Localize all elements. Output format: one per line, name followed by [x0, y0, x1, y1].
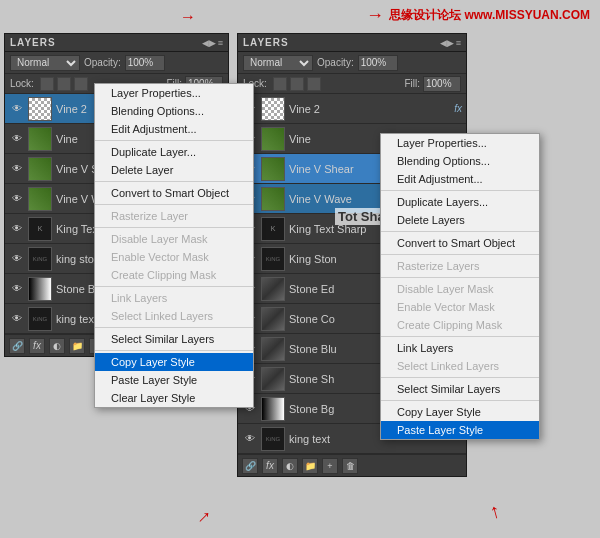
ctx-disable-mask: Disable Layer Mask — [95, 230, 253, 248]
ctx2-enable-vector: Enable Vector Mask — [381, 298, 539, 316]
ctx2-copy-style[interactable]: Copy Layer Style — [381, 403, 539, 421]
ctx-copy-style[interactable]: Copy Layer Style — [95, 353, 253, 371]
fx-icon[interactable]: fx — [29, 338, 45, 354]
panel2-fill-input[interactable] — [423, 76, 461, 92]
ctx-select-similar[interactable]: Select Similar Layers — [95, 330, 253, 348]
layer-thumbnail: KiNG — [28, 247, 52, 271]
ctx-sep — [95, 181, 253, 182]
ctx2-link-layers[interactable]: Link Layers — [381, 339, 539, 357]
ctx-sep — [95, 204, 253, 205]
ctx2-disable-mask: Disable Layer Mask — [381, 280, 539, 298]
layer-thumbnail: K — [28, 217, 52, 241]
eye-icon[interactable]: 👁 — [9, 311, 25, 327]
panel2-opacity-label: Opacity: — [317, 57, 354, 68]
ctx-sep — [95, 140, 253, 141]
layer-thumbnail: KiNG — [261, 247, 285, 271]
ctx2-blending-options[interactable]: Blending Options... — [381, 152, 539, 170]
ctx2-edit-adjustment[interactable]: Edit Adjustment... — [381, 170, 539, 188]
layer-thumbnail — [28, 127, 52, 151]
ctx-duplicate-layer[interactable]: Duplicate Layer... — [95, 143, 253, 161]
eye-icon[interactable]: 👁 — [9, 101, 25, 117]
panel2-blend-select[interactable]: Normal — [243, 55, 313, 71]
panel2-lock-all[interactable] — [307, 77, 321, 91]
panel2-wrapper: LAYERS ◀▶ ≡ Normal Opacity: Lock: — [237, 33, 467, 477]
watermark-bar: → 思缘设计论坛 www.MISSYUAN.COM — [0, 0, 600, 30]
layer-fx-badge: fx — [454, 103, 462, 114]
ctx-layer-properties[interactable]: Layer Properties... — [95, 84, 253, 102]
layer-thumbnail — [261, 187, 285, 211]
panel2-opacity-input[interactable] — [358, 55, 398, 71]
new-layer-icon[interactable]: + — [322, 458, 338, 474]
panel1-lock-position[interactable] — [57, 77, 71, 91]
panel1-blend-select[interactable]: Normal — [10, 55, 80, 71]
layer-thumbnail — [28, 187, 52, 211]
new-group-icon[interactable]: 📁 — [69, 338, 85, 354]
ctx-edit-adjustment[interactable]: Edit Adjustment... — [95, 120, 253, 138]
panel2-bottom: 🔗 fx ◐ 📁 + 🗑 — [238, 454, 466, 476]
panel1-title: LAYERS — [10, 37, 56, 48]
link-layers-icon[interactable]: 🔗 — [242, 458, 258, 474]
panel2-toolbar: Normal Opacity: — [238, 52, 466, 74]
layer-thumbnail — [28, 97, 52, 121]
eye-icon[interactable]: 👁 — [9, 221, 25, 237]
panel1-opacity-label: Opacity: — [84, 57, 121, 68]
ctx-blending-options[interactable]: Blending Options... — [95, 102, 253, 120]
panel2-collapse[interactable]: ◀▶ — [440, 38, 454, 48]
ctx2-rasterize: Rasterize Layers — [381, 257, 539, 275]
ctx2-duplicate-layers[interactable]: Duplicate Layers... — [381, 193, 539, 211]
layer-row[interactable]: 👁 Vine 2 fx — [238, 94, 466, 124]
eye-icon[interactable]: 👁 — [9, 161, 25, 177]
ctx2-sep — [381, 254, 539, 255]
panel1-lock-pixels[interactable] — [40, 77, 54, 91]
panel1-lock-label: Lock: — [10, 78, 34, 89]
layer-thumbnail — [261, 397, 285, 421]
panel2-lock-pixels[interactable] — [273, 77, 287, 91]
ctx2-paste-style[interactable]: Paste Layer Style — [381, 421, 539, 439]
bottom-left-arrow-icon: ↑ — [193, 505, 216, 528]
eye-icon[interactable]: 👁 — [242, 431, 258, 447]
ctx-rasterize: Rasterize Layer — [95, 207, 253, 225]
ctx-convert-smart[interactable]: Convert to Smart Object — [95, 184, 253, 202]
ctx2-sep — [381, 277, 539, 278]
fx-icon[interactable]: fx — [262, 458, 278, 474]
new-adjustment-icon[interactable]: ◐ — [49, 338, 65, 354]
ctx2-sep — [381, 231, 539, 232]
new-group-icon[interactable]: 📁 — [302, 458, 318, 474]
ctx-sep — [95, 350, 253, 351]
eye-icon[interactable]: 👁 — [9, 251, 25, 267]
panel1-toolbar: Normal Opacity: — [5, 52, 228, 74]
panel1-opacity-input[interactable] — [125, 55, 165, 71]
ctx2-sep — [381, 400, 539, 401]
panel1-lock-all[interactable] — [74, 77, 88, 91]
panel2-controls: ◀▶ ≡ — [440, 38, 461, 48]
watermark-arrow-icon: → — [366, 5, 384, 26]
panel1-collapse[interactable]: ◀▶ — [202, 38, 216, 48]
layer-thumbnail: K — [261, 217, 285, 241]
layer-thumbnail — [261, 337, 285, 361]
ctx2-sep — [381, 336, 539, 337]
panel2-lock-position[interactable] — [290, 77, 304, 91]
panel2-titlebar: LAYERS ◀▶ ≡ — [238, 34, 466, 52]
link-layers-icon[interactable]: 🔗 — [9, 338, 25, 354]
layer-thumbnail — [261, 157, 285, 181]
eye-icon[interactable]: 👁 — [9, 131, 25, 147]
panel1-context-menu: Layer Properties... Blending Options... … — [94, 83, 254, 408]
ctx2-sep — [381, 377, 539, 378]
ctx2-layer-properties[interactable]: Layer Properties... — [381, 134, 539, 152]
new-adjustment-icon[interactable]: ◐ — [282, 458, 298, 474]
ctx-delete-layer[interactable]: Delete Layer — [95, 161, 253, 179]
panel1-wrapper: LAYERS ◀▶ ≡ Normal Opacity: Lock: — [4, 33, 229, 477]
ctx-sep — [95, 327, 253, 328]
delete-layer-icon[interactable]: 🗑 — [342, 458, 358, 474]
ctx-paste-style[interactable]: Paste Layer Style — [95, 371, 253, 389]
eye-icon[interactable]: 👁 — [9, 281, 25, 297]
panel1-menu[interactable]: ≡ — [218, 38, 223, 48]
ctx-sep — [95, 227, 253, 228]
panel2-menu[interactable]: ≡ — [456, 38, 461, 48]
ctx-clear-style[interactable]: Clear Layer Style — [95, 389, 253, 407]
ctx2-delete-layers[interactable]: Delete Layers — [381, 211, 539, 229]
eye-icon[interactable]: 👁 — [9, 191, 25, 207]
ctx2-convert-smart[interactable]: Convert to Smart Object — [381, 234, 539, 252]
panel2-context-menu: Layer Properties... Blending Options... … — [380, 133, 540, 440]
ctx2-select-similar[interactable]: Select Similar Layers — [381, 380, 539, 398]
